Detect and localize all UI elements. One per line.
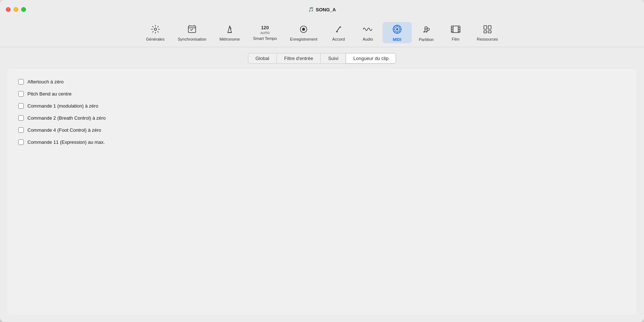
window-title: 🎵 SONG_A bbox=[308, 7, 336, 12]
maximize-button[interactable] bbox=[21, 7, 26, 12]
title-text: SONG_A bbox=[316, 7, 336, 12]
checkbox-pitch-bend-label: Pitch Bend au centre bbox=[27, 91, 72, 97]
smart-tempo-icon: 120AUTO bbox=[260, 25, 270, 35]
checkbox-row-commande2[interactable]: Commande 2 (Breath Control) à zéro bbox=[18, 115, 626, 121]
checkbox-pitch-bend[interactable] bbox=[18, 91, 24, 97]
checkbox-commande11-label: Commande 11 (Expression) au max. bbox=[27, 139, 105, 145]
tab-bar: Global Filtre d'entrée Suivi Longueur du… bbox=[7, 53, 637, 64]
ressources-label: Ressources bbox=[477, 37, 498, 41]
checkbox-commande1[interactable] bbox=[18, 103, 24, 109]
toolbar-item-midi[interactable]: MIDI bbox=[383, 22, 412, 43]
checkbox-aftertouch[interactable] bbox=[18, 79, 24, 85]
film-icon bbox=[451, 25, 461, 35]
checkbox-row-commande4[interactable]: Commande 4 (Foot Control) à zéro bbox=[18, 127, 626, 133]
toolbar-item-ressources[interactable]: Ressources bbox=[470, 22, 505, 43]
tab-suivi[interactable]: Suivi bbox=[320, 53, 346, 64]
checkbox-commande1-label: Commande 1 (modulation) à zéro bbox=[27, 103, 98, 109]
document-icon: 🎵 bbox=[308, 7, 314, 12]
generales-label: Générales bbox=[146, 37, 165, 41]
checkbox-row-commande1[interactable]: Commande 1 (modulation) à zéro bbox=[18, 103, 626, 109]
toolbar-item-audio[interactable]: Audio bbox=[353, 22, 383, 43]
checkbox-commande4-label: Commande 4 (Foot Control) à zéro bbox=[27, 127, 101, 133]
svg-point-0 bbox=[154, 28, 157, 30]
titlebar: 🎵 SONG_A bbox=[0, 0, 644, 19]
synchronisation-icon bbox=[187, 25, 197, 35]
synchronisation-label: Synchronisation bbox=[178, 37, 206, 41]
svg-rect-19 bbox=[488, 26, 491, 29]
toolbar-item-synchronisation[interactable]: Synchronisation bbox=[171, 22, 213, 43]
film-label: Film bbox=[452, 37, 459, 41]
window-controls bbox=[6, 7, 26, 12]
smart-tempo-label: Smart Tempo bbox=[253, 36, 277, 41]
svg-rect-20 bbox=[484, 31, 487, 33]
audio-label: Audio bbox=[363, 37, 373, 41]
checkbox-aftertouch-label: Aftertouch à zéro bbox=[27, 79, 64, 85]
checkbox-row-pitch-bend[interactable]: Pitch Bend au centre bbox=[18, 91, 626, 97]
close-button[interactable] bbox=[6, 7, 11, 12]
metronome-icon bbox=[225, 25, 234, 35]
partition-icon bbox=[421, 24, 432, 36]
partition-label: Partition bbox=[419, 37, 434, 42]
toolbar: Générales Synchronisation bbox=[0, 19, 644, 47]
minimize-button[interactable] bbox=[14, 7, 18, 12]
midi-label: MIDI bbox=[393, 37, 401, 42]
svg-point-3 bbox=[302, 28, 305, 31]
toolbar-item-film[interactable]: Film bbox=[441, 22, 470, 43]
main-panel: Aftertouch à zéro Pitch Bend au centre C… bbox=[7, 69, 637, 315]
generales-icon bbox=[151, 25, 160, 35]
toolbar-item-generales[interactable]: Générales bbox=[139, 22, 171, 43]
checkbox-row-commande11[interactable]: Commande 11 (Expression) au max. bbox=[18, 139, 626, 145]
toolbar-item-metronome[interactable]: Métronome bbox=[213, 22, 246, 43]
svg-rect-21 bbox=[488, 31, 491, 33]
metronome-label: Métronome bbox=[219, 37, 240, 41]
toolbar-item-enregistrement[interactable]: Enregistrement bbox=[283, 22, 324, 43]
tab-filtre-entree[interactable]: Filtre d'entrée bbox=[276, 53, 321, 64]
ressources-icon bbox=[483, 25, 492, 35]
app-window: 🎵 SONG_A Générales bbox=[0, 0, 644, 322]
checkbox-commande11[interactable] bbox=[18, 139, 24, 145]
enregistrement-label: Enregistrement bbox=[290, 37, 317, 41]
checkbox-commande2[interactable] bbox=[18, 115, 24, 121]
accord-label: Accord bbox=[332, 37, 345, 41]
toolbar-item-smart-tempo[interactable]: 120AUTO Smart Tempo bbox=[246, 23, 283, 42]
checkbox-commande4[interactable] bbox=[18, 127, 24, 133]
midi-icon bbox=[392, 24, 402, 36]
checkbox-row-aftertouch[interactable]: Aftertouch à zéro bbox=[18, 79, 626, 85]
accord-icon bbox=[334, 25, 343, 35]
audio-icon bbox=[362, 25, 373, 35]
content-area: Global Filtre d'entrée Suivi Longueur du… bbox=[0, 47, 644, 322]
svg-rect-18 bbox=[484, 26, 487, 29]
checkbox-commande2-label: Commande 2 (Breath Control) à zéro bbox=[27, 115, 106, 121]
tab-longueur-clip[interactable]: Longueur du clip bbox=[346, 53, 396, 64]
svg-point-6 bbox=[396, 28, 398, 30]
toolbar-item-accord[interactable]: Accord bbox=[324, 22, 353, 43]
enregistrement-icon bbox=[299, 25, 308, 35]
tab-global[interactable]: Global bbox=[248, 53, 277, 64]
toolbar-item-partition[interactable]: Partition bbox=[412, 22, 441, 43]
